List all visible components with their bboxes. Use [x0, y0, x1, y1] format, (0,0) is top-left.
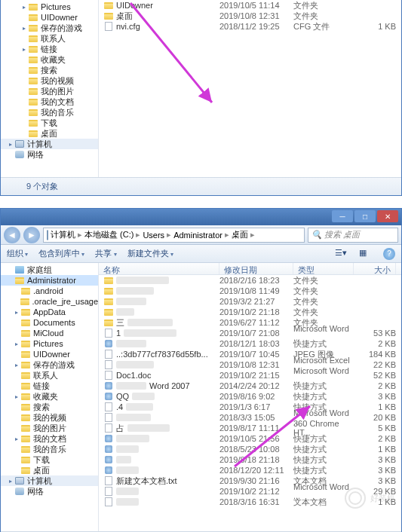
tree-item[interactable]: ▸Pictures [1, 338, 98, 349]
file-row[interactable]: 2018/12/20 12:11快捷方式3 KB [99, 465, 401, 475]
expand-icon[interactable]: ▸ [13, 341, 20, 347]
tree-item[interactable]: 桌面 [1, 465, 98, 475]
tree-item[interactable]: 链接 [1, 381, 98, 391]
expand-icon[interactable]: ▸ [20, 4, 28, 11]
share-menu[interactable]: 共享 [95, 248, 116, 259]
tree-item[interactable]: .android [1, 286, 98, 296]
breadcrumb-segment[interactable]: Users [140, 231, 167, 240]
tree-item[interactable]: ▸链接 [1, 44, 98, 54]
tree-item[interactable]: 网络 [1, 149, 98, 160]
file-row[interactable]: 桌面2019/10/8 12:31文件夹 [99, 11, 401, 21]
file-rows[interactable]: UIDowner2019/10/5 11:14文件夹桌面2019/10/8 12… [99, 0, 401, 32]
tree-item[interactable]: Documents [1, 317, 98, 328]
breadcrumb-sep-icon[interactable]: ▸ [250, 230, 255, 240]
maximize-button[interactable]: □ [354, 210, 376, 222]
tree-item[interactable]: Administrator [1, 275, 98, 286]
file-row[interactable]: 2019/10/8 11:49文件夹 [99, 286, 401, 296]
tree-item[interactable]: 桌面 [1, 128, 98, 139]
tree-item[interactable]: 收藏夹 [1, 54, 98, 65]
tree-item[interactable]: 搜索 [1, 402, 98, 412]
tree-item[interactable]: ▸AppData [1, 307, 98, 317]
file-row[interactable]: Word 20072014/2/24 20:12快捷方式2 KB [99, 381, 401, 391]
file-row[interactable]: 2019/3/2 21:27文件夹 [99, 296, 401, 307]
breadcrumb-segment[interactable]: 计算机 [48, 229, 78, 240]
tree-item[interactable]: 我的图片 [1, 423, 98, 433]
include-library-menu[interactable]: 包含到库中 [38, 248, 84, 259]
tree-item[interactable]: 我的音乐 [1, 107, 98, 118]
tree-item[interactable]: 下载 [1, 118, 98, 128]
tree-item[interactable]: 我的视频 [1, 75, 98, 86]
expand-icon[interactable]: ▸ [7, 141, 14, 148]
expand-icon[interactable]: ▸ [20, 46, 28, 53]
file-row[interactable]: nvi.cfg2018/11/2 19:25CFG 文件1 KB [99, 21, 401, 32]
tree-item[interactable]: UIDowner [1, 12, 98, 23]
col-size[interactable]: 大小 [354, 263, 396, 274]
tree-item[interactable]: ▸Pictures [1, 2, 98, 12]
titlebar[interactable]: ─ □ ✕ [1, 209, 401, 225]
tree-item[interactable]: .oracle_jre_usage [1, 296, 98, 307]
expand-icon[interactable]: ▸ [20, 25, 28, 32]
tree-item[interactable]: ▸收藏夹 [1, 391, 98, 402]
tree-item[interactable]: 我的音乐 [1, 444, 98, 454]
file-row[interactable]: 2018/12/1 18:03快捷方式2 KB [99, 338, 401, 349]
file-row[interactable]: Doc1.doc2019/10/2 21:15Microsoft Word ..… [99, 370, 401, 381]
file-row[interactable]: UIDowner2019/10/5 11:14文件夹 [99, 0, 401, 11]
expand-icon[interactable]: ▸ [13, 309, 20, 316]
forward-button[interactable]: ► [23, 227, 40, 243]
tree-item[interactable]: 我的视频 [1, 412, 98, 423]
search-input[interactable]: 🔍 搜索 桌面 [308, 228, 398, 243]
back-button[interactable]: ◄ [4, 227, 20, 243]
file-row[interactable]: 2019/10/2 21:18文件夹 [99, 307, 401, 317]
tree-item[interactable]: 我的图片 [1, 86, 98, 96]
organize-menu[interactable]: 组织 [7, 248, 28, 259]
breadcrumb-segment[interactable]: 桌面 [229, 229, 250, 240]
tree-item[interactable]: ▸保存的游戏 [1, 23, 98, 33]
file-row[interactable]: 三2019/6/27 11:12文件夹 [99, 317, 401, 328]
tree-item[interactable]: 搜索 [1, 65, 98, 75]
file-row[interactable]: 2018/2/16 18:23文件夹 [99, 275, 401, 286]
breadcrumb-segment[interactable]: Administrator [171, 231, 225, 240]
tree-item[interactable]: 我的文档 [1, 96, 98, 107]
tree-item[interactable]: 下载 [1, 454, 98, 465]
col-date[interactable]: 修改日期 [219, 263, 293, 274]
tree-item[interactable]: ▸计算机 [1, 139, 98, 149]
file-row[interactable]: 12019/10/7 21:08Microsoft Word ...53 KB [99, 328, 401, 338]
preview-pane-icon[interactable]: ▦ [359, 248, 373, 260]
tree-item[interactable]: MiCloud [1, 328, 98, 338]
file-row[interactable]: 2019/10/8 12:31Microsoft Excel ...22 KB [99, 359, 401, 370]
expand-icon[interactable]: ▸ [13, 362, 20, 368]
expand-icon[interactable]: ▸ [13, 436, 20, 442]
new-folder-button[interactable]: 新建文件夹 [127, 248, 173, 259]
tree-item[interactable]: UIDowner [1, 349, 98, 359]
tree-item[interactable]: 家庭组 [1, 264, 98, 275]
tree-item[interactable]: 联系人 [1, 33, 98, 44]
help-icon[interactable]: ? [383, 248, 395, 260]
col-type[interactable]: 类型 [293, 263, 354, 274]
close-button[interactable]: ✕ [377, 210, 398, 222]
breadcrumb-segment[interactable]: 本地磁盘 (C:) [82, 229, 136, 240]
tree-item[interactable]: 网络 [1, 486, 98, 497]
file-row[interactable]: 2019/10/5 21:56快捷方式2 KB [99, 433, 401, 444]
tree-item[interactable]: ▸保存的游戏 [1, 359, 98, 370]
minimize-button[interactable]: ─ [332, 210, 353, 222]
file-rows[interactable]: 2018/2/16 18:23文件夹2019/10/8 11:49文件夹2019… [99, 275, 401, 507]
file-row[interactable]: 2019/8/18 21:18快捷方式3 KB [99, 454, 401, 465]
expand-icon[interactable]: ▸ [7, 478, 14, 485]
expand-icon[interactable]: ▸ [13, 393, 20, 400]
file-row[interactable]: 新建文本文档.txt2019/9/30 21:16文本文档3 KB [99, 475, 401, 486]
col-name[interactable]: 名称 [99, 263, 219, 274]
file-row[interactable]: 占2019/8/17 11:11360 Chrome HT...5 KB [99, 423, 401, 433]
nav-tree[interactable]: 家庭组Administrator.android.oracle_jre_usag… [1, 263, 99, 531]
nav-tree[interactable]: ▸PicturesUIDowner▸保存的游戏联系人▸链接收藏夹搜索我的视频我的… [1, 0, 99, 177]
view-icon[interactable]: ☰▾ [335, 248, 348, 260]
file-row[interactable]: QQ2019/8/16 9:02快捷方式3 KB [99, 391, 401, 402]
tree-item[interactable]: ▸计算机 [1, 475, 98, 486]
file-row[interactable]: 2018/3/3 15:05Microsoft Word ...20 KB [99, 412, 401, 423]
tree-item[interactable]: ▸我的文档 [1, 433, 98, 444]
file-row[interactable]: ..:3db777cf78376d55fb...2019/10/7 10:45J… [99, 349, 401, 359]
tree-item[interactable]: 联系人 [1, 370, 98, 381]
file-row[interactable]: .42019/1/3 6:17快捷方式1 KB [99, 402, 401, 412]
address-bar[interactable]: 计算机▸本地磁盘 (C:)▸Users▸Administrator▸桌面▸ [43, 228, 305, 243]
column-headers[interactable]: 名称 修改日期 类型 大小 [99, 263, 401, 275]
file-row[interactable]: 2018/5/23 10:08快捷方式1 KB [99, 444, 401, 454]
